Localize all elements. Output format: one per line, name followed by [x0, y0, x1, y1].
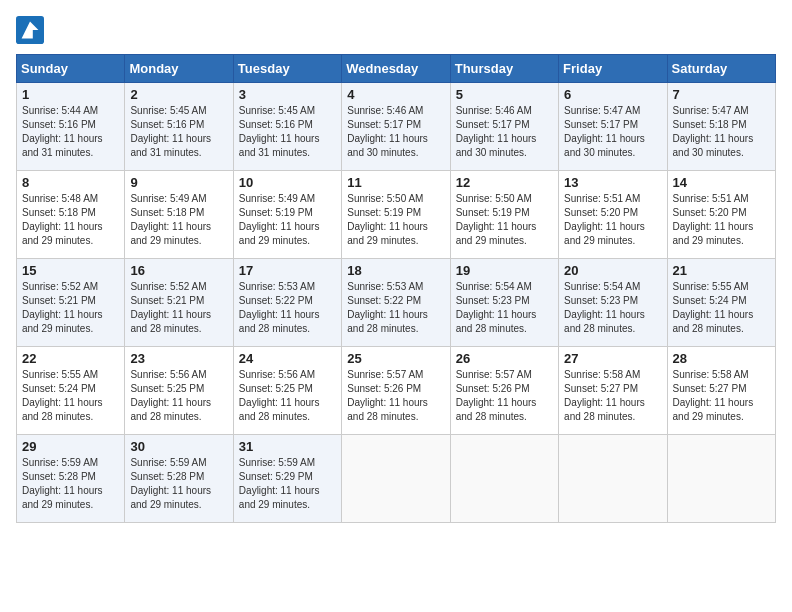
day-cell: 31Sunrise: 5:59 AM Sunset: 5:29 PM Dayli…	[233, 435, 341, 523]
day-info: Sunrise: 5:56 AM Sunset: 5:25 PM Dayligh…	[130, 368, 227, 424]
logo	[16, 16, 48, 44]
day-info: Sunrise: 5:47 AM Sunset: 5:17 PM Dayligh…	[564, 104, 661, 160]
day-cell: 9Sunrise: 5:49 AM Sunset: 5:18 PM Daylig…	[125, 171, 233, 259]
day-number: 22	[22, 351, 119, 366]
day-info: Sunrise: 5:52 AM Sunset: 5:21 PM Dayligh…	[22, 280, 119, 336]
day-cell: 29Sunrise: 5:59 AM Sunset: 5:28 PM Dayli…	[17, 435, 125, 523]
col-header-wednesday: Wednesday	[342, 55, 450, 83]
day-number: 29	[22, 439, 119, 454]
day-cell: 15Sunrise: 5:52 AM Sunset: 5:21 PM Dayli…	[17, 259, 125, 347]
day-cell: 4Sunrise: 5:46 AM Sunset: 5:17 PM Daylig…	[342, 83, 450, 171]
day-info: Sunrise: 5:55 AM Sunset: 5:24 PM Dayligh…	[673, 280, 770, 336]
day-cell: 3Sunrise: 5:45 AM Sunset: 5:16 PM Daylig…	[233, 83, 341, 171]
calendar-header: SundayMondayTuesdayWednesdayThursdayFrid…	[17, 55, 776, 83]
day-number: 5	[456, 87, 553, 102]
day-number: 8	[22, 175, 119, 190]
day-number: 15	[22, 263, 119, 278]
day-number: 23	[130, 351, 227, 366]
day-info: Sunrise: 5:55 AM Sunset: 5:24 PM Dayligh…	[22, 368, 119, 424]
week-row-2: 8Sunrise: 5:48 AM Sunset: 5:18 PM Daylig…	[17, 171, 776, 259]
day-number: 2	[130, 87, 227, 102]
day-cell: 1Sunrise: 5:44 AM Sunset: 5:16 PM Daylig…	[17, 83, 125, 171]
week-row-3: 15Sunrise: 5:52 AM Sunset: 5:21 PM Dayli…	[17, 259, 776, 347]
day-number: 11	[347, 175, 444, 190]
day-number: 14	[673, 175, 770, 190]
day-cell: 17Sunrise: 5:53 AM Sunset: 5:22 PM Dayli…	[233, 259, 341, 347]
day-number: 4	[347, 87, 444, 102]
day-cell: 25Sunrise: 5:57 AM Sunset: 5:26 PM Dayli…	[342, 347, 450, 435]
week-row-1: 1Sunrise: 5:44 AM Sunset: 5:16 PM Daylig…	[17, 83, 776, 171]
logo-icon	[16, 16, 44, 44]
day-info: Sunrise: 5:59 AM Sunset: 5:29 PM Dayligh…	[239, 456, 336, 512]
day-info: Sunrise: 5:54 AM Sunset: 5:23 PM Dayligh…	[456, 280, 553, 336]
day-info: Sunrise: 5:52 AM Sunset: 5:21 PM Dayligh…	[130, 280, 227, 336]
calendar-table: SundayMondayTuesdayWednesdayThursdayFrid…	[16, 54, 776, 523]
col-header-monday: Monday	[125, 55, 233, 83]
day-cell: 21Sunrise: 5:55 AM Sunset: 5:24 PM Dayli…	[667, 259, 775, 347]
day-info: Sunrise: 5:45 AM Sunset: 5:16 PM Dayligh…	[239, 104, 336, 160]
day-info: Sunrise: 5:50 AM Sunset: 5:19 PM Dayligh…	[456, 192, 553, 248]
day-cell: 23Sunrise: 5:56 AM Sunset: 5:25 PM Dayli…	[125, 347, 233, 435]
day-cell: 8Sunrise: 5:48 AM Sunset: 5:18 PM Daylig…	[17, 171, 125, 259]
day-cell: 24Sunrise: 5:56 AM Sunset: 5:25 PM Dayli…	[233, 347, 341, 435]
day-info: Sunrise: 5:47 AM Sunset: 5:18 PM Dayligh…	[673, 104, 770, 160]
col-header-sunday: Sunday	[17, 55, 125, 83]
day-info: Sunrise: 5:59 AM Sunset: 5:28 PM Dayligh…	[22, 456, 119, 512]
day-number: 9	[130, 175, 227, 190]
day-cell: 12Sunrise: 5:50 AM Sunset: 5:19 PM Dayli…	[450, 171, 558, 259]
day-cell: 14Sunrise: 5:51 AM Sunset: 5:20 PM Dayli…	[667, 171, 775, 259]
day-info: Sunrise: 5:56 AM Sunset: 5:25 PM Dayligh…	[239, 368, 336, 424]
day-cell: 28Sunrise: 5:58 AM Sunset: 5:27 PM Dayli…	[667, 347, 775, 435]
col-header-tuesday: Tuesday	[233, 55, 341, 83]
day-number: 10	[239, 175, 336, 190]
day-info: Sunrise: 5:57 AM Sunset: 5:26 PM Dayligh…	[456, 368, 553, 424]
day-number: 30	[130, 439, 227, 454]
day-cell: 7Sunrise: 5:47 AM Sunset: 5:18 PM Daylig…	[667, 83, 775, 171]
day-cell: 5Sunrise: 5:46 AM Sunset: 5:17 PM Daylig…	[450, 83, 558, 171]
week-row-5: 29Sunrise: 5:59 AM Sunset: 5:28 PM Dayli…	[17, 435, 776, 523]
day-info: Sunrise: 5:53 AM Sunset: 5:22 PM Dayligh…	[347, 280, 444, 336]
day-info: Sunrise: 5:51 AM Sunset: 5:20 PM Dayligh…	[564, 192, 661, 248]
week-row-4: 22Sunrise: 5:55 AM Sunset: 5:24 PM Dayli…	[17, 347, 776, 435]
day-cell: 18Sunrise: 5:53 AM Sunset: 5:22 PM Dayli…	[342, 259, 450, 347]
day-cell: 6Sunrise: 5:47 AM Sunset: 5:17 PM Daylig…	[559, 83, 667, 171]
day-number: 27	[564, 351, 661, 366]
day-cell	[342, 435, 450, 523]
day-cell: 11Sunrise: 5:50 AM Sunset: 5:19 PM Dayli…	[342, 171, 450, 259]
page-header	[16, 16, 776, 44]
day-number: 6	[564, 87, 661, 102]
day-info: Sunrise: 5:49 AM Sunset: 5:19 PM Dayligh…	[239, 192, 336, 248]
day-info: Sunrise: 5:53 AM Sunset: 5:22 PM Dayligh…	[239, 280, 336, 336]
day-info: Sunrise: 5:49 AM Sunset: 5:18 PM Dayligh…	[130, 192, 227, 248]
day-info: Sunrise: 5:46 AM Sunset: 5:17 PM Dayligh…	[347, 104, 444, 160]
day-info: Sunrise: 5:45 AM Sunset: 5:16 PM Dayligh…	[130, 104, 227, 160]
day-number: 16	[130, 263, 227, 278]
col-header-friday: Friday	[559, 55, 667, 83]
day-number: 19	[456, 263, 553, 278]
col-header-saturday: Saturday	[667, 55, 775, 83]
day-cell: 27Sunrise: 5:58 AM Sunset: 5:27 PM Dayli…	[559, 347, 667, 435]
day-cell: 10Sunrise: 5:49 AM Sunset: 5:19 PM Dayli…	[233, 171, 341, 259]
day-info: Sunrise: 5:44 AM Sunset: 5:16 PM Dayligh…	[22, 104, 119, 160]
day-cell	[559, 435, 667, 523]
day-cell: 30Sunrise: 5:59 AM Sunset: 5:28 PM Dayli…	[125, 435, 233, 523]
day-cell: 16Sunrise: 5:52 AM Sunset: 5:21 PM Dayli…	[125, 259, 233, 347]
day-cell: 22Sunrise: 5:55 AM Sunset: 5:24 PM Dayli…	[17, 347, 125, 435]
day-info: Sunrise: 5:57 AM Sunset: 5:26 PM Dayligh…	[347, 368, 444, 424]
day-number: 21	[673, 263, 770, 278]
col-header-thursday: Thursday	[450, 55, 558, 83]
day-number: 26	[456, 351, 553, 366]
day-number: 12	[456, 175, 553, 190]
day-number: 1	[22, 87, 119, 102]
day-cell	[667, 435, 775, 523]
day-number: 31	[239, 439, 336, 454]
day-info: Sunrise: 5:46 AM Sunset: 5:17 PM Dayligh…	[456, 104, 553, 160]
day-cell: 26Sunrise: 5:57 AM Sunset: 5:26 PM Dayli…	[450, 347, 558, 435]
day-info: Sunrise: 5:54 AM Sunset: 5:23 PM Dayligh…	[564, 280, 661, 336]
day-number: 7	[673, 87, 770, 102]
day-cell: 2Sunrise: 5:45 AM Sunset: 5:16 PM Daylig…	[125, 83, 233, 171]
day-cell: 13Sunrise: 5:51 AM Sunset: 5:20 PM Dayli…	[559, 171, 667, 259]
day-info: Sunrise: 5:51 AM Sunset: 5:20 PM Dayligh…	[673, 192, 770, 248]
day-info: Sunrise: 5:48 AM Sunset: 5:18 PM Dayligh…	[22, 192, 119, 248]
day-number: 20	[564, 263, 661, 278]
